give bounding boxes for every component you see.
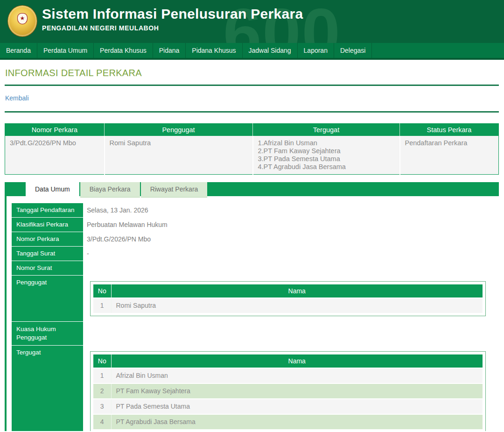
penggugat-table-container: No Nama 1 Romi Saputra xyxy=(90,281,486,316)
cell-no: 1 xyxy=(93,368,111,383)
tergugat-line: 4.PT Agrabudi Jasa Bersama xyxy=(258,163,395,171)
detail-label: Tanggal Pendaftaran xyxy=(12,203,83,217)
nav-item-beranda[interactable]: Beranda xyxy=(0,43,37,58)
detail-label: Tanggal Surat xyxy=(12,247,83,261)
nav-item-pidana-khusus[interactable]: Pidana Khusus xyxy=(186,43,242,58)
nav-item-laporan[interactable]: Laporan xyxy=(298,43,334,58)
detail-row-nomor-surat: Nomor Surat xyxy=(12,261,499,275)
cell-no: 4 xyxy=(93,414,111,429)
court-seal-logo xyxy=(7,5,37,37)
cell-status-perkara: Pendaftaran Perkara xyxy=(400,136,499,175)
detail-row-kuasa-hukum-penggugat: Kuasa Hukum Penggugat xyxy=(12,322,499,345)
tab-data-umum[interactable]: Data Umum xyxy=(26,182,79,199)
col-header-status: Status Perkara xyxy=(400,124,499,136)
col-header-tergugat: Tergugat xyxy=(253,124,400,136)
court-name: PENGADILAN NEGERI MEULABOH xyxy=(42,24,504,32)
cell-penggugat: Romi Saputra xyxy=(105,136,253,175)
cell-no: 3 xyxy=(93,399,111,414)
cell-nomor-perkara: 3/Pdt.G/2026/PN Mbo xyxy=(5,136,105,175)
detail-label: Kuasa Hukum Penggugat xyxy=(12,322,83,345)
page-title: INFORMASI DETAIL PERKARA xyxy=(5,68,499,78)
detail-label: Tergugat xyxy=(12,346,83,431)
cell-nama: PT Fam Kaway Sejahtera xyxy=(111,383,483,399)
detail-label: Penggugat xyxy=(12,276,83,321)
cell-nama: Romi Saputra xyxy=(111,298,483,313)
detail-row-nomor-perkara: Nomor Perkara 3/Pdt.G/2026/PN Mbo xyxy=(12,232,499,246)
cell-nama: PT Agrabudi Jasa Bersama xyxy=(111,414,483,429)
detail-row-tergugat: Tergugat No Nama 1 Afriza xyxy=(12,346,499,431)
detail-row-tanggal-pendaftaran: Tanggal Pendaftaran Selasa, 13 Jan. 2026 xyxy=(12,203,499,217)
detail-value: Perbuatan Melawan Hukum xyxy=(83,218,499,232)
cell-no: 2 xyxy=(93,383,111,399)
tab-content-data-umum: Tanggal Pendaftaran Selasa, 13 Jan. 2026… xyxy=(5,196,499,431)
detail-label: Nomor Perkara xyxy=(12,232,83,246)
tergugat-table-container: No Nama 1 Afrizal Bin Usman 2 PT F xyxy=(90,351,486,431)
detail-value: 3/Pdt.G/2026/PN Mbo xyxy=(83,232,499,246)
detail-value xyxy=(83,261,499,275)
subtable-header-nama: Nama xyxy=(111,284,483,298)
detail-row-penggugat: Penggugat No Nama 1 Romi xyxy=(12,276,499,321)
divider xyxy=(5,111,499,113)
app-header: 600 Sistem Informasi Penelusuran Perkara… xyxy=(0,0,504,43)
detail-row-klasifikasi-perkara: Klasifikasi Perkara Perbuatan Melawan Hu… xyxy=(12,218,499,232)
col-header-nomor-perkara: Nomor Perkara xyxy=(5,124,105,136)
detail-value xyxy=(83,322,499,345)
col-header-penggugat: Penggugat xyxy=(105,124,253,136)
nav-item-jadwal-sidang[interactable]: Jadwal Sidang xyxy=(243,43,298,58)
tab-riwayat-perkara[interactable]: Riwayat Perkara xyxy=(141,182,208,198)
tergugat-line: 3.PT Pada Semesta Utama xyxy=(258,155,395,163)
detail-row-tanggal-surat: Tanggal Surat - xyxy=(12,247,499,261)
table-row: 2 PT Fam Kaway Sejahtera xyxy=(93,383,483,399)
detail-value: Selasa, 13 Jan. 2026 xyxy=(83,203,499,217)
subtable-header-no: No xyxy=(93,284,111,298)
detail-label: Nomor Surat xyxy=(12,261,83,275)
tab-biaya-perkara[interactable]: Biaya Perkara xyxy=(80,182,140,198)
main-nav: Beranda Perdata Umum Perdata Khusus Pida… xyxy=(0,43,504,60)
detail-value: - xyxy=(83,247,499,261)
detail-label: Klasifikasi Perkara xyxy=(12,218,83,232)
app-title: Sistem Informasi Penelusuran Perkara xyxy=(42,6,504,22)
table-row: 1 Romi Saputra xyxy=(93,298,483,313)
court-seal-emblem-icon xyxy=(17,13,28,24)
tergugat-line: 2.PT Fam Kaway Sejahtera xyxy=(258,147,395,155)
nav-item-pidana[interactable]: Pidana xyxy=(153,43,186,58)
nav-item-perdata-khusus[interactable]: Perdata Khusus xyxy=(94,43,153,58)
table-row: 1 Afrizal Bin Usman xyxy=(93,368,483,383)
tab-bar: Data Umum Biaya Perkara Riwayat Perkara xyxy=(5,182,499,196)
subtable-header-nama: Nama xyxy=(111,354,483,368)
cell-tergugat: 1.Afrizal Bin Usman 2.PT Fam Kaway Sejah… xyxy=(253,136,400,175)
nav-item-perdata-umum[interactable]: Perdata Umum xyxy=(37,43,94,58)
nav-item-delegasi[interactable]: Delegasi xyxy=(334,43,372,58)
subtable-header-no: No xyxy=(93,354,111,368)
table-row: 3/Pdt.G/2026/PN Mbo Romi Saputra 1.Afriz… xyxy=(5,136,499,175)
tergugat-table: No Nama 1 Afrizal Bin Usman 2 PT F xyxy=(93,354,483,429)
cell-nama: Afrizal Bin Usman xyxy=(111,368,483,383)
tergugat-line: 1.Afrizal Bin Usman xyxy=(258,139,395,147)
case-summary-table: Nomor Perkara Penggugat Tergugat Status … xyxy=(5,123,499,175)
penggugat-table: No Nama 1 Romi Saputra xyxy=(93,284,483,313)
back-link[interactable]: Kembali xyxy=(5,94,29,102)
table-row: 3 PT Pada Semesta Utama xyxy=(93,399,483,414)
cell-nama: PT Pada Semesta Utama xyxy=(111,399,483,414)
cell-no: 1 xyxy=(93,298,111,313)
table-row: 4 PT Agrabudi Jasa Bersama xyxy=(93,414,483,429)
